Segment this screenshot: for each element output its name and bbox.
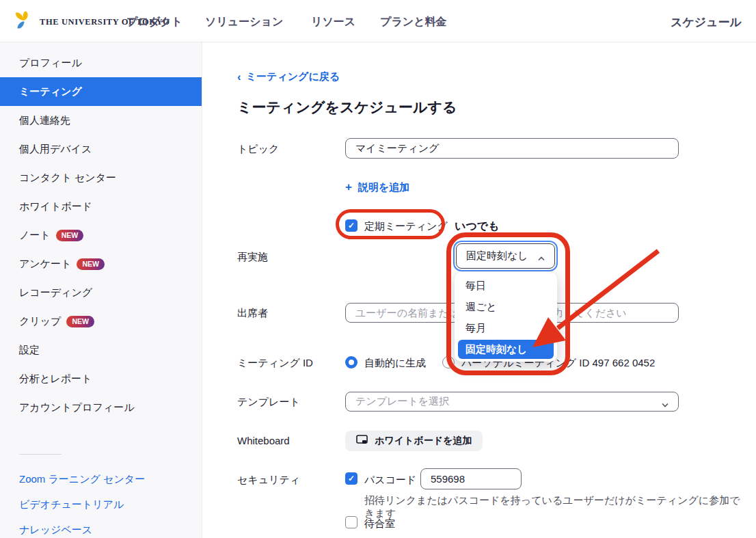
schedule-link[interactable]: スケジュール [671,14,742,30]
recurrence-option-daily[interactable]: 毎日 [455,275,557,297]
recurrence-option-monthly[interactable]: 毎月 [455,318,557,339]
passcode-checkbox[interactable]: ✓ [345,472,357,485]
topic-input[interactable] [345,138,679,159]
sidebar-item-notes[interactable]: ノート NEW [0,221,202,250]
sidebar-item-analytics-reports[interactable]: 分析とレポート [0,364,202,393]
sidebar-item-meetings[interactable]: ミーティング [0,77,202,106]
top-navigation-bar: The University of Tokyo プロダクト ソリューション リソ… [0,0,756,42]
recurrence-label: 再実施 [237,251,268,264]
security-label: セキュリティ [237,474,300,487]
recurrence-select[interactable]: 固定時刻なし [456,243,555,269]
whiteboard-label: Whiteboard [237,435,290,446]
attendees-label: 出席者 [237,307,268,320]
recurrence-dropdown-menu: 毎日 週ごと 毎月 固定時刻なし [455,272,557,362]
waiting-room-label: 待合室 [364,517,395,530]
meeting-id-label: ミーティング ID [237,357,313,370]
check-icon: ✓ [348,474,355,483]
meeting-id-personal-radio[interactable] [442,356,455,368]
anytime-label: いつでも [455,219,500,234]
recurring-meeting-label: 定期ミーティング [364,220,448,233]
chevron-down-icon [662,399,669,405]
meeting-id-auto-radio[interactable] [345,356,357,368]
template-label: テンプレート [237,396,300,409]
sidebar-item-clips[interactable]: クリップ NEW [0,307,202,336]
sidebar-item-account-profile[interactable]: アカウントプロフィール [0,393,202,422]
sidebar-item-personal-contacts[interactable]: 個人連絡先 [0,106,202,135]
sidebar-item-contact-center[interactable]: コンタクト センター [0,163,202,192]
sidebar-link-knowledge-base[interactable]: ナレッジベース [19,524,92,537]
passcode-input[interactable] [420,468,522,489]
add-whiteboard-button[interactable]: ホワイトボードを追加 [345,431,483,451]
new-badge: NEW [66,316,94,327]
recurrence-option-weekly[interactable]: 週ごと [455,297,557,318]
sidebar: プロフィール ミーティング 個人連絡先 個人用デバイス コンタクト センター ホ… [0,42,202,538]
back-chevron-icon: ‹ [237,72,241,82]
topic-label: トピック [237,143,279,156]
topnav-resources[interactable]: リソース [311,15,355,29]
recurrence-option-no-fixed-time[interactable]: 固定時刻なし [458,340,554,359]
sidebar-item-profile[interactable]: プロフィール [0,49,202,77]
back-to-meetings-link[interactable]: ‹ ミーティングに戻る [237,70,340,83]
topnav-plans-pricing[interactable]: プランと料金 [380,15,447,29]
sidebar-item-recordings[interactable]: レコーディング [0,278,202,307]
topnav-solutions[interactable]: ソリューション [205,15,283,29]
plus-icon: + [345,180,352,194]
chevron-up-icon [538,253,545,260]
sidebar-divider [19,454,62,455]
sidebar-link-learning-center[interactable]: Zoom ラーニング センター [19,473,145,486]
sidebar-link-video-tutorials[interactable]: ビデオチュートリアル [19,498,124,511]
sidebar-item-surveys[interactable]: アンケート NEW [0,250,202,278]
sidebar-item-personal-devices[interactable]: 個人用デバイス [0,135,202,163]
ginkgo-leaf-icon [14,10,34,33]
whiteboard-icon [356,435,368,447]
check-icon: ✓ [348,221,355,230]
new-badge: NEW [56,230,84,241]
page-title: ミーティングをスケジュールする [237,98,457,117]
waiting-room-checkbox[interactable] [345,516,357,528]
template-select[interactable]: テンプレートを選択 [345,392,679,412]
passcode-label: パスコード [364,474,416,487]
passcode-description: 招待リンクまたはパスコードを持っているユーザーだけがミーティングに参加できます [364,494,747,520]
meeting-id-auto-label: 自動的に生成 [364,357,426,370]
add-description-link[interactable]: + 説明を追加 [345,180,409,194]
recurring-meeting-checkbox[interactable]: ✓ [345,219,357,232]
sidebar-item-whiteboard[interactable]: ホワイトボード [0,192,202,221]
new-badge: NEW [77,258,105,270]
topnav-products[interactable]: プロダクト [126,15,183,29]
sidebar-item-settings[interactable]: 設定 [0,336,202,364]
